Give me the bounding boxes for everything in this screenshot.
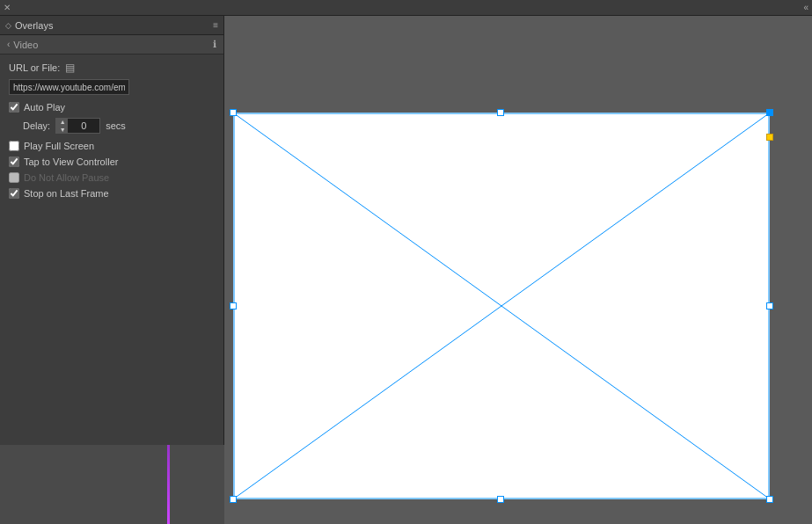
purple-accent (167, 445, 170, 524)
canvas-board (233, 113, 770, 499)
file-browse-icon[interactable]: ▤ (65, 62, 75, 74)
panel-content: URL or File: ▤ https://www.youtube.com/e… (0, 55, 223, 496)
delay-decrement-button[interactable]: ▼ (57, 126, 68, 134)
handle-bottom-left[interactable] (230, 496, 237, 503)
stop-on-last-frame-label: Stop on Last Frame (24, 188, 109, 199)
panel-title-text: Overlays (15, 20, 53, 31)
top-bar: ✕ « (0, 0, 812, 16)
play-full-screen-label: Play Full Screen (24, 141, 94, 151)
delay-row: Delay: ▲ ▼ 0 secs (23, 118, 215, 134)
section-title: Video (13, 40, 38, 50)
section-back[interactable]: ‹ Video (7, 40, 38, 50)
info-icon[interactable]: ℹ (213, 39, 216, 50)
do-not-allow-pause-checkbox[interactable] (9, 172, 19, 183)
delay-input-wrap: ▲ ▼ 0 (55, 118, 100, 134)
delay-label: Delay: (23, 120, 50, 131)
handle-yellow[interactable] (766, 134, 773, 141)
stop-on-last-frame-checkbox[interactable] (9, 188, 19, 199)
play-full-screen-checkbox[interactable] (9, 141, 19, 151)
panel-menu-icon[interactable]: ≡ (213, 20, 218, 30)
auto-play-row: Auto Play (9, 102, 215, 113)
delay-increment-button[interactable]: ▲ (57, 118, 68, 126)
section-header: ‹ Video ℹ (0, 35, 223, 55)
auto-play-checkbox[interactable] (9, 102, 19, 113)
tap-to-view-checkbox[interactable] (9, 156, 19, 167)
bottom-strip-left (0, 445, 224, 524)
handle-top-right[interactable] (766, 109, 773, 116)
url-label: URL or File: (9, 62, 60, 73)
secs-label: secs (106, 120, 126, 131)
panel-diamond-icon: ◇ (5, 21, 11, 30)
play-full-screen-row: Play Full Screen (9, 141, 215, 151)
back-arrow-icon: ‹ (7, 40, 10, 49)
panel-header: ◇ Overlays ≡ (0, 16, 223, 35)
canvas-area (224, 16, 812, 524)
delay-input[interactable]: 0 (68, 119, 99, 133)
handle-bottom-right[interactable] (766, 496, 773, 503)
stop-on-last-frame-row: Stop on Last Frame (9, 188, 215, 199)
handle-mid-left[interactable] (230, 302, 237, 309)
handle-bottom-center[interactable] (497, 496, 504, 503)
handle-top-left[interactable] (230, 109, 237, 116)
panel-title: ◇ Overlays (5, 20, 53, 31)
url-input[interactable]: https://www.youtube.com/embed/RT-KmgAgxu… (9, 79, 129, 95)
tap-to-view-label: Tap to View Controller (24, 156, 118, 167)
close-icon[interactable]: ✕ (4, 3, 11, 12)
url-field-row: URL or File: ▤ (9, 62, 215, 74)
tap-to-view-row: Tap to View Controller (9, 156, 215, 167)
do-not-allow-pause-label: Do Not Allow Pause (24, 172, 109, 183)
auto-play-label: Auto Play (24, 102, 65, 113)
expand-icon[interactable]: « (803, 3, 808, 12)
handle-mid-right[interactable] (766, 302, 773, 309)
do-not-allow-pause-row: Do Not Allow Pause (9, 172, 215, 183)
top-bar-left: ✕ (4, 3, 11, 12)
delay-stepper: ▲ ▼ (56, 118, 68, 134)
handle-top-center[interactable] (497, 109, 504, 116)
